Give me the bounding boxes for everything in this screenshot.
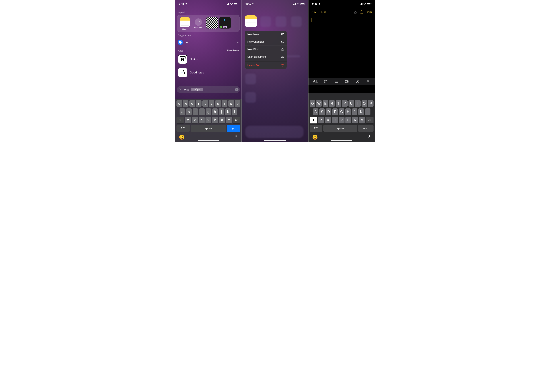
share-button[interactable] <box>353 10 357 14</box>
space-key[interactable]: space <box>323 125 357 132</box>
home-indicator[interactable] <box>264 140 286 141</box>
key-x[interactable]: x <box>192 117 198 123</box>
text-format-button[interactable]: Aa <box>312 78 318 84</box>
key-y[interactable]: y <box>209 100 214 107</box>
key-V[interactable]: V <box>339 117 344 123</box>
search-action-pill[interactable]: — Open <box>191 88 203 91</box>
home-indicator[interactable] <box>198 140 219 141</box>
key-A[interactable]: A <box>313 108 318 115</box>
key-u[interactable]: u <box>215 100 221 107</box>
key-W[interactable]: W <box>316 100 322 107</box>
key-b[interactable]: b <box>212 117 218 123</box>
checklist-button[interactable] <box>323 78 329 84</box>
key-Q[interactable]: Q <box>310 100 315 107</box>
more-button[interactable] <box>360 10 364 14</box>
key-w[interactable]: w <box>183 100 188 107</box>
key-d[interactable]: d <box>193 108 198 115</box>
key-e[interactable]: e <box>189 100 195 107</box>
backspace-key[interactable] <box>366 117 373 123</box>
go-key[interactable]: go <box>227 125 240 132</box>
note-body[interactable] <box>308 17 375 77</box>
menu-new-photo[interactable]: New Photo <box>245 46 287 53</box>
key-J[interactable]: J <box>352 108 357 115</box>
back-label: All iCloud <box>314 11 326 14</box>
key-Y[interactable]: Y <box>342 100 348 107</box>
key-L[interactable]: L <box>365 108 371 115</box>
key-M[interactable]: M <box>359 117 365 123</box>
key-c[interactable]: c <box>199 117 205 123</box>
web-suggestion-row[interactable]: not ↗ <box>177 38 240 47</box>
key-Z[interactable]: Z <box>318 117 324 123</box>
key-C[interactable]: C <box>332 117 338 123</box>
key-t[interactable]: t <box>202 100 208 107</box>
back-button[interactable]: All iCloud <box>311 11 326 14</box>
key-m[interactable]: m <box>226 117 232 123</box>
top-hit-new-note[interactable]: New Note <box>193 17 204 29</box>
key-j[interactable]: j <box>219 108 224 115</box>
key-R[interactable]: R <box>329 100 335 107</box>
key-U[interactable]: U <box>349 100 354 107</box>
key-f[interactable]: f <box>199 108 205 115</box>
key-P[interactable]: P <box>368 100 373 107</box>
emoji-key[interactable]: 😀 <box>312 134 318 140</box>
key-E[interactable]: E <box>322 100 328 107</box>
close-toolbar-button[interactable]: ✕ <box>365 78 371 84</box>
key-s[interactable]: s <box>186 108 192 115</box>
return-key[interactable]: return <box>358 125 373 132</box>
key-T[interactable]: T <box>336 100 341 107</box>
emoji-key[interactable]: 😀 <box>179 134 185 140</box>
key-h[interactable]: h <box>212 108 218 115</box>
app-row-goodnotes[interactable]: Goodnotes <box>175 67 242 80</box>
show-more-button[interactable]: Show More <box>226 49 239 52</box>
key-X[interactable]: X <box>325 117 331 123</box>
key-D[interactable]: D <box>326 108 331 115</box>
camera-button[interactable] <box>344 78 350 84</box>
app-row-notion[interactable]: N Notion <box>175 54 242 67</box>
clear-search-button[interactable]: ✕ <box>235 88 238 91</box>
space-key[interactable]: space <box>191 125 226 132</box>
menu-scan-document[interactable]: Scan Document <box>245 53 287 61</box>
shift-key[interactable] <box>177 117 184 123</box>
key-r[interactable]: r <box>196 100 201 107</box>
key-H[interactable]: H <box>345 108 351 115</box>
key-k[interactable]: k <box>225 108 231 115</box>
key-n[interactable]: n <box>219 117 225 123</box>
spotlight-search-bar[interactable]: notes — Open ✕ <box>177 86 240 93</box>
key-v[interactable]: v <box>206 117 211 123</box>
suggestion-strip[interactable] <box>309 93 374 100</box>
key-N[interactable]: N <box>352 117 358 123</box>
key-z[interactable]: z <box>185 117 191 123</box>
key-i[interactable]: i <box>222 100 227 107</box>
menu-delete-app[interactable]: Delete App <box>245 61 287 69</box>
shift-key[interactable] <box>310 117 317 123</box>
key-o[interactable]: o <box>228 100 234 107</box>
note-thumbnail[interactable] <box>207 17 218 28</box>
key-g[interactable]: g <box>206 108 211 115</box>
key-l[interactable]: l <box>232 108 237 115</box>
menu-new-note[interactable]: New Note <box>245 31 287 38</box>
dictation-key[interactable] <box>367 135 371 140</box>
key-B[interactable]: B <box>345 117 351 123</box>
key-K[interactable]: K <box>358 108 364 115</box>
key-O[interactable]: O <box>362 100 367 107</box>
key-q[interactable]: q <box>177 100 182 107</box>
markup-button[interactable] <box>354 78 360 84</box>
menu-new-checklist[interactable]: New Checklist <box>245 38 287 46</box>
notes-app-icon <box>245 15 257 27</box>
note-thumbnail[interactable] <box>219 17 231 28</box>
backspace-key[interactable] <box>233 117 240 123</box>
table-button[interactable] <box>333 78 339 84</box>
top-hit-app[interactable]: Notes <box>179 17 190 30</box>
dictation-key[interactable] <box>234 135 238 140</box>
home-indicator[interactable] <box>331 140 352 141</box>
key-p[interactable]: p <box>235 100 240 107</box>
numbers-key[interactable]: 123 <box>177 125 190 132</box>
key-G[interactable]: G <box>339 108 344 115</box>
key-a[interactable]: a <box>179 108 185 115</box>
notes-app-icon-container[interactable] <box>245 15 257 27</box>
key-S[interactable]: S <box>319 108 325 115</box>
key-F[interactable]: F <box>332 108 338 115</box>
numbers-key[interactable]: 123 <box>310 125 322 132</box>
key-I[interactable]: I <box>355 100 360 107</box>
done-button[interactable]: Done <box>366 11 373 14</box>
